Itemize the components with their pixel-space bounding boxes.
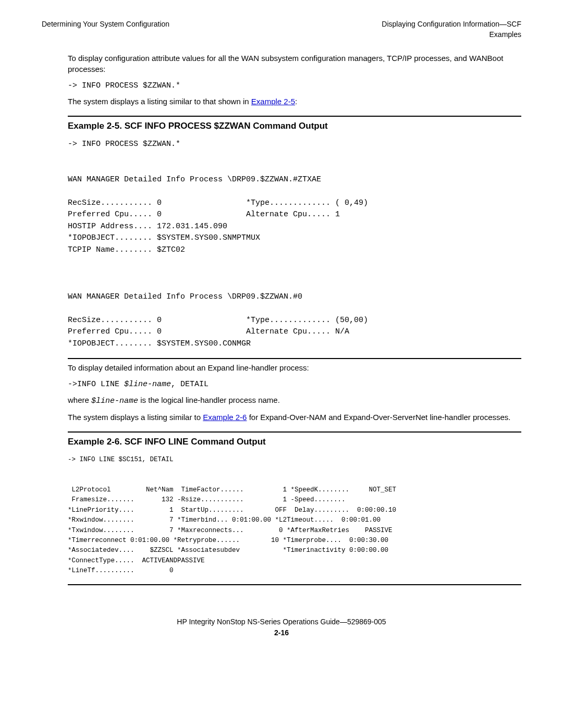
header-right-line1: Displaying Configuration Information—SCF xyxy=(382,19,521,29)
divider xyxy=(68,584,521,585)
command-info-line: ->INFO LINE $line-name, DETAIL xyxy=(68,379,521,390)
link-example-2-6[interactable]: Example 2-6 xyxy=(203,413,247,422)
divider xyxy=(68,431,521,433)
example-2-6-title: Example 2-6. SCF INFO LINE Command Outpu… xyxy=(68,436,521,449)
p4-linename: $line-name xyxy=(91,397,138,405)
page-footer: HP Integrity NonStop NS-Series Operation… xyxy=(42,616,521,638)
example-2-5-title: Example 2-5. SCF INFO PROCESS $ZZWAN Com… xyxy=(68,120,521,133)
intro-paragraph-2: The system displays a listing similar to… xyxy=(68,96,521,107)
footer-page-number: 2-16 xyxy=(42,627,521,638)
header-right-line2: Examples xyxy=(382,29,521,40)
footer-guide-title: HP Integrity NonStop NS-Series Operation… xyxy=(42,616,521,627)
divider xyxy=(68,116,521,117)
p5-a: The system displays a listing similar to xyxy=(68,413,203,422)
code2-linename: $line-name xyxy=(124,380,171,389)
example-2-5-output: -> INFO PROCESS $ZZWAN.* WAN MANAGER Det… xyxy=(68,139,521,350)
intro-paragraph-1: To display configuration attribute value… xyxy=(68,53,521,76)
p2-text-a: The system displays a listing similar to… xyxy=(68,97,251,106)
paragraph-expand-line: To display detailed information about an… xyxy=(68,362,521,374)
example-2-6-output: -> INFO LINE $SC151, DETAIL L2Protocol N… xyxy=(68,455,521,576)
paragraph-expand-listing: The system displays a listing similar to… xyxy=(68,412,521,423)
p4-a: where xyxy=(68,396,91,404)
header-right: Displaying Configuration Information—SCF… xyxy=(382,19,521,40)
p2-text-b: : xyxy=(295,97,297,106)
paragraph-where-linename: where $line-name is the logical line-han… xyxy=(68,394,521,407)
header-left: Determining Your System Configuration xyxy=(42,19,169,40)
command-info-process: -> INFO PROCESS $ZZWAN.* xyxy=(68,80,521,92)
p5-b: for Expand-Over-NAM and Expand-Over-Serv… xyxy=(247,413,510,422)
divider xyxy=(68,358,521,359)
page-header: Determining Your System Configuration Di… xyxy=(42,19,521,40)
code2-a: ->INFO LINE xyxy=(68,380,124,389)
code2-b: , DETAIL xyxy=(171,380,209,389)
page-content: To display configuration attribute value… xyxy=(68,53,521,586)
link-example-2-5[interactable]: Example 2-5 xyxy=(251,97,295,106)
p4-b: is the logical line-handler process name… xyxy=(138,396,280,404)
